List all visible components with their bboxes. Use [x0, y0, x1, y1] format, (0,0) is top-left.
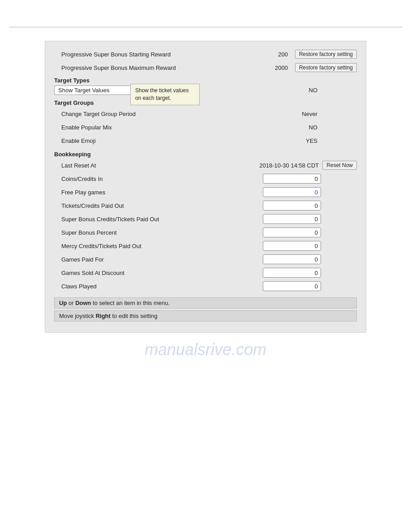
- restore-factory-max-button[interactable]: Restore factory setting: [295, 63, 357, 72]
- enable-popular-mix-label: Enable Popular Mix: [54, 124, 294, 131]
- bookkeeping-heading: Bookkeeping: [54, 151, 357, 158]
- super-bonus-percent-input[interactable]: 0: [263, 227, 321, 237]
- claws-played-row: Claws Played0: [54, 280, 357, 292]
- claws-played-label: Claws Played: [54, 283, 162, 290]
- target-groups-heading: Target Groups: [54, 99, 357, 106]
- mercy-credits-tickets-label: Mercy Credits/Tickets Paid Out: [54, 243, 162, 249]
- super-bonus-credits-tickets-row: Super Bonus Credits/Tickets Paid Out0: [54, 213, 357, 225]
- prog-max-value: 2000: [265, 64, 291, 71]
- coins-credits-in-row: Coins/Credits In0: [54, 173, 357, 184]
- main-panel: Progressive Super Bonus Starting Reward …: [45, 41, 366, 333]
- prog-starting-label: Progressive Super Bonus Starting Reward: [54, 51, 265, 58]
- target-types-heading: Target Types: [54, 77, 357, 84]
- tickets-credits-paid-out-row: Tickets/Credits Paid Out0: [54, 200, 357, 211]
- prog-max-button-container: Restore factory setting: [295, 63, 357, 72]
- free-play-games-input[interactable]: 0: [263, 187, 321, 197]
- show-target-values-tooltip: Show the ticket values on each target.: [130, 84, 200, 105]
- coins-credits-in-input[interactable]: 0: [263, 174, 321, 184]
- enable-emoji-value: YES: [294, 137, 321, 144]
- games-paid-for-row: Games Paid For0: [54, 253, 357, 265]
- instruction-1-up: Up or Down to select an item in this men…: [59, 300, 170, 306]
- prog-max-row: Progressive Super Bonus Maximum Reward 2…: [54, 62, 357, 73]
- prog-max-label: Progressive Super Bonus Maximum Reward: [54, 64, 265, 71]
- super-bonus-percent-row: Super Bonus Percent0: [54, 227, 357, 238]
- change-target-group-period-label: Change Target Group Period: [54, 111, 294, 117]
- instructions-area: Up or Down to select an item in this men…: [54, 297, 357, 322]
- tickets-credits-paid-out-label: Tickets/Credits Paid Out: [54, 202, 162, 209]
- games-sold-at-discount-input[interactable]: 0: [263, 268, 321, 278]
- watermark: manualsrive.com: [145, 340, 266, 359]
- mercy-credits-tickets-input[interactable]: 0: [263, 241, 321, 251]
- free-play-games-row: Free Play games0: [54, 186, 357, 198]
- prog-starting-row: Progressive Super Bonus Starting Reward …: [54, 48, 357, 60]
- enable-popular-mix-row: Enable Popular Mix NO: [54, 121, 357, 133]
- claws-played-input[interactable]: 0: [263, 281, 321, 291]
- prog-starting-button-container: Restore factory setting: [295, 50, 357, 59]
- enable-emoji-row: Enable Emoji YES: [54, 135, 357, 146]
- super-bonus-credits-tickets-label: Super Bonus Credits/Tickets Paid Out: [54, 216, 162, 223]
- super-bonus-credits-tickets-input[interactable]: 0: [263, 214, 321, 224]
- super-bonus-percent-label: Super Bonus Percent: [54, 229, 162, 236]
- instruction-2-text: Move joystick Right to edit this setting: [59, 313, 158, 319]
- tickets-credits-paid-out-input[interactable]: 0: [263, 201, 321, 210]
- prog-starting-value: 200: [265, 51, 291, 58]
- last-reset-label: Last Reset At: [54, 162, 259, 169]
- reset-now-button[interactable]: Reset Now: [322, 161, 357, 170]
- instruction-2: Move joystick Right to edit this setting: [54, 310, 357, 322]
- games-paid-for-input[interactable]: 0: [263, 254, 321, 264]
- last-reset-row: Last Reset At 2018-10-30 14:58 CDT Reset…: [54, 159, 357, 171]
- instruction-1: Up or Down to select an item in this men…: [54, 297, 357, 309]
- games-paid-for-label: Games Paid For: [54, 256, 162, 263]
- mercy-credits-tickets-row: Mercy Credits/Tickets Paid Out0: [54, 240, 357, 252]
- games-sold-at-discount-row: Games Sold At Discount0: [54, 267, 357, 279]
- change-target-group-period-row: Change Target Group Period Never: [54, 108, 357, 120]
- restore-factory-starting-button[interactable]: Restore factory setting: [295, 50, 357, 59]
- coins-credits-in-label: Coins/Credits In: [54, 176, 162, 182]
- top-divider: [9, 27, 402, 27]
- bookkeeping-rows: Coins/Credits In0Free Play games0Tickets…: [54, 173, 357, 292]
- free-play-games-label: Free Play games: [54, 189, 162, 196]
- show-target-values-row: Show Target Values NO Show the ticket va…: [54, 86, 357, 95]
- last-reset-datetime: 2018-10-30 14:58 CDT: [259, 162, 319, 169]
- show-target-values-value: NO: [294, 87, 321, 94]
- change-target-group-period-value: Never: [294, 111, 321, 117]
- show-target-values-label: Show Target Values: [58, 87, 109, 94]
- enable-popular-mix-value: NO: [294, 124, 321, 131]
- enable-emoji-label: Enable Emoji: [54, 137, 294, 144]
- games-sold-at-discount-label: Games Sold At Discount: [54, 270, 162, 276]
